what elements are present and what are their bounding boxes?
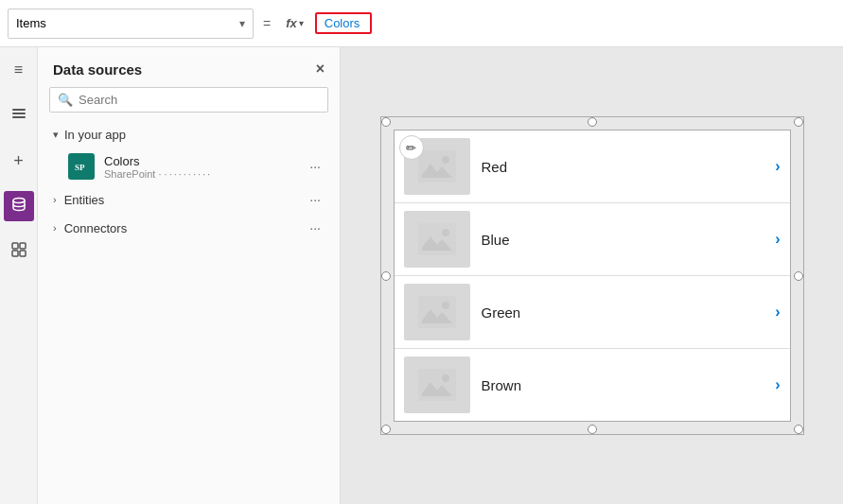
image-placeholder-blue	[404, 211, 470, 268]
data-sources-panel: Data sources × 🔍 ▾ In your app SP Colors	[38, 47, 341, 504]
add-btn[interactable]: +	[4, 146, 34, 176]
row-chevron-red: ›	[775, 158, 780, 175]
handle-bl[interactable]	[381, 425, 391, 434]
datasource-name: Colors	[104, 154, 296, 168]
handle-br[interactable]	[794, 425, 803, 434]
hamburger-icon: ≡	[14, 61, 23, 78]
row-chevron-brown: ›	[775, 376, 780, 393]
svg-point-17	[442, 374, 449, 382]
formula-dropdown[interactable]: Items ▾	[8, 9, 254, 39]
svg-rect-0	[12, 109, 26, 111]
svg-point-15	[442, 302, 449, 309]
handle-tr[interactable]	[794, 117, 803, 127]
database-icon	[10, 196, 27, 217]
fx-button[interactable]: fx ▾	[280, 14, 309, 32]
database-btn[interactable]	[4, 191, 34, 221]
row-label-brown: Brown	[482, 377, 764, 393]
pencil-icon: ✏	[406, 141, 416, 155]
top-bar: Items ▾ = fx ▾ Colors	[0, 0, 843, 47]
image-placeholder-brown	[404, 356, 470, 413]
datasource-info: Colors SharePoint · ··········	[104, 154, 296, 180]
svg-point-13	[442, 229, 449, 236]
datasource-more-icon[interactable]: ···	[306, 159, 325, 174]
row-label-green: Green	[482, 304, 764, 321]
row-label-blue: Blue	[482, 232, 764, 248]
entities-more-icon[interactable]: ···	[306, 192, 325, 207]
edit-icon-badge[interactable]: ✏	[399, 135, 424, 160]
row-chevron-blue: ›	[775, 231, 780, 248]
in-your-app-section[interactable]: ▾ In your app	[38, 122, 340, 148]
svg-rect-5	[20, 243, 26, 249]
handle-right[interactable]	[794, 271, 803, 281]
gallery-row-blue[interactable]: Blue ›	[395, 203, 790, 276]
handle-top[interactable]	[588, 117, 597, 127]
layers-icon	[10, 105, 27, 126]
chevron-right-icon: ›	[53, 194, 57, 205]
gallery: Red › Blue ›	[394, 130, 791, 422]
formula-value: Colors	[325, 16, 360, 30]
connectors-more-icon[interactable]: ···	[306, 220, 325, 235]
add-icon: +	[13, 151, 24, 171]
datasource-subtitle: SharePoint · ··········	[104, 168, 296, 180]
svg-text:SP: SP	[75, 163, 85, 172]
component-btn[interactable]	[4, 236, 34, 267]
gallery-row-green[interactable]: Green ›	[395, 276, 790, 349]
chevron-right-icon2: ›	[53, 222, 57, 234]
svg-rect-4	[12, 243, 18, 249]
svg-rect-7	[20, 251, 26, 256]
svg-point-3	[13, 199, 25, 203]
gallery-row-brown[interactable]: Brown ›	[395, 349, 790, 421]
component-icon	[10, 241, 27, 262]
fx-label: fx	[286, 16, 297, 30]
svg-point-11	[442, 156, 449, 164]
canvas-area: ✏ Red ›	[341, 47, 843, 504]
main-layout: ≡ +	[0, 47, 843, 504]
image-placeholder-green	[404, 284, 470, 340]
in-your-app-label: In your app	[64, 128, 126, 142]
icon-sidebar: ≡ +	[0, 47, 38, 504]
handle-bottom[interactable]	[588, 425, 597, 434]
chevron-down-icon: ▾	[53, 129, 59, 141]
dropdown-value: Items	[16, 16, 46, 30]
panel-header: Data sources ×	[38, 47, 340, 87]
formula-value-box[interactable]: Colors	[315, 12, 372, 34]
connectors-section[interactable]: › Connectors ···	[38, 214, 340, 242]
row-label-red: Red	[482, 159, 764, 175]
search-input[interactable]	[79, 93, 320, 107]
gallery-wrapper: ✏ Red ›	[394, 130, 791, 422]
search-box[interactable]: 🔍	[49, 87, 328, 113]
row-chevron-green: ›	[775, 304, 780, 321]
close-button[interactable]: ×	[316, 61, 325, 78]
equals-sign: =	[263, 16, 271, 31]
handle-tl[interactable]	[381, 117, 391, 127]
svg-rect-2	[12, 116, 26, 118]
datasource-icon: SP	[68, 153, 95, 180]
layers-btn[interactable]	[4, 100, 34, 130]
panel-title: Data sources	[53, 61, 142, 78]
svg-rect-6	[12, 251, 18, 256]
entities-section[interactable]: › Entities ···	[38, 185, 340, 214]
search-icon: 🔍	[58, 93, 73, 107]
handle-left[interactable]	[381, 271, 391, 281]
connectors-label: Connectors	[64, 221, 127, 235]
gallery-row-red[interactable]: Red ›	[395, 130, 790, 203]
datasource-item-colors[interactable]: SP Colors SharePoint · ·········· ···	[38, 148, 340, 185]
svg-rect-1	[12, 113, 26, 114]
hamburger-btn[interactable]: ≡	[4, 55, 34, 85]
entities-label: Entities	[64, 193, 105, 207]
